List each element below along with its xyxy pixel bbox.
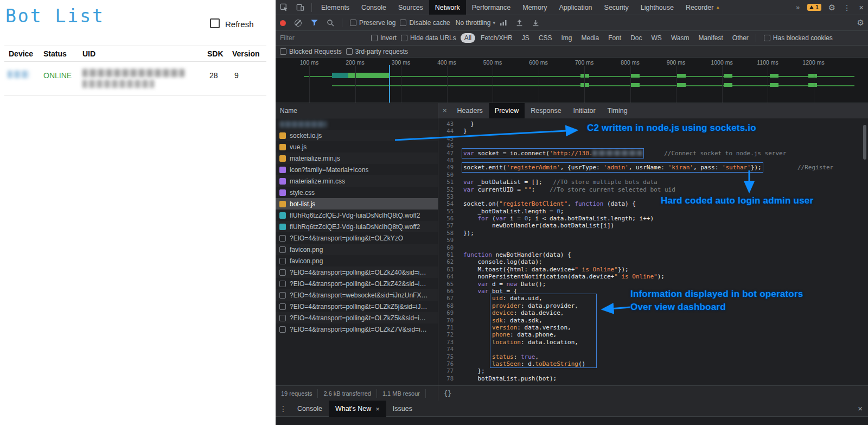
close-drawer-icon[interactable]: × (858, 404, 863, 413)
request-row[interactable]: ?EIO=4&transport=websocket&sid=iJnzUnFX… (276, 289, 438, 301)
code-line: 71 version: data.version, (438, 324, 868, 331)
code-content (458, 237, 463, 244)
close-devtools-icon[interactable]: × (854, 3, 868, 12)
record-button[interactable] (280, 20, 286, 26)
tab-sources[interactable]: Sources (392, 0, 429, 15)
waterfall-segment (808, 74, 817, 78)
tab-application[interactable]: Application (553, 0, 598, 15)
screen: Bot List Refresh Device Status UID SDK V… (0, 0, 868, 425)
chip-media[interactable]: Media (577, 33, 603, 43)
network-conditions-icon[interactable] (499, 18, 508, 27)
request-row[interactable]: icon?family=Material+Icons (276, 164, 438, 175)
pretty-print-icon[interactable]: {} (438, 390, 457, 397)
request-row[interactable]: socket.io.js (276, 130, 438, 141)
settings-gear-icon[interactable]: ⚙ (825, 3, 839, 12)
chip-fetchxhr[interactable]: Fetch/XHR (477, 33, 516, 43)
chip-wasm[interactable]: Wasm (667, 33, 693, 43)
request-row[interactable]: favicon.png (276, 255, 438, 267)
tab-performance[interactable]: Performance (466, 0, 517, 15)
filter-input[interactable] (280, 34, 367, 42)
tab-security[interactable]: Security (598, 0, 635, 15)
request-row[interactable]: ?EIO=4&transport=polling&t=OLZkZ5k&sid=i… (276, 312, 438, 323)
request-row[interactable]: ?EIO=4&transport=polling&t=OLZkZ40&sid=i… (276, 267, 438, 278)
more-tabs-icon[interactable]: » (792, 3, 804, 11)
chip-js[interactable]: JS (518, 33, 533, 43)
clear-icon[interactable] (295, 20, 302, 27)
invert-checkbox[interactable] (371, 35, 378, 41)
drawer-tab-whatsnew[interactable]: What's New× (329, 401, 386, 417)
preview-code-area[interactable]: 43 }44}454647var socket = io.connect('ht… (438, 118, 868, 385)
detail-tab-initiator[interactable]: Initiator (567, 103, 602, 118)
request-row[interactable]: ?EIO=4&transport=polling&t=OLZkYzO (276, 232, 438, 244)
requests-name-header[interactable]: Name (276, 103, 438, 118)
chip-all[interactable]: All (461, 33, 475, 43)
request-row[interactable]: favicon.png (276, 244, 438, 255)
chip-css[interactable]: CSS (535, 33, 556, 43)
close-tab-icon[interactable]: × (375, 405, 380, 413)
tab-elements[interactable]: Elements (315, 0, 355, 15)
request-row[interactable]: ?EIO=4&transport=polling&t=OLZkZ7V&sid=i… (276, 323, 438, 335)
request-row[interactable]: ?EIO=4&transport=polling&t=OLZkZ42&sid=i… (276, 278, 438, 289)
inspect-element-icon[interactable] (279, 3, 288, 12)
request-row[interactable]: flUhRq6tzZclQEJ-Vdg-IuiaDsNcIhQ8tQ.woff2 (276, 210, 438, 221)
uid-redacted-line1 (82, 69, 184, 77)
detail-tab-response[interactable]: Response (525, 103, 567, 118)
drawer-tab-issues[interactable]: Issues (386, 401, 419, 417)
drawer-menu-icon[interactable]: ⋮ (276, 404, 291, 413)
col-header-uid: UID (82, 49, 95, 58)
code-line: 58}); (438, 230, 868, 237)
request-row[interactable]: materialize.min.css (276, 175, 438, 187)
request-name: flUhRq6tzZclQEJ-Vdg-IuiaDsNcIhQ8tQ.woff2 (290, 212, 420, 219)
tab-recorder[interactable]: Recorder▲ (680, 0, 726, 15)
code-line: 78 botDataList.push(bot); (438, 375, 868, 382)
disable-cache-checkbox[interactable] (400, 20, 406, 26)
line-number: 60 (438, 244, 458, 251)
throttling-dropdown[interactable]: No throttling▾ (456, 19, 495, 27)
third-party-checkbox[interactable] (346, 48, 353, 55)
network-overview-timeline[interactable]: 100 ms200 ms300 ms400 ms500 ms600 ms700 … (276, 58, 868, 103)
tab-network[interactable]: Network (429, 0, 466, 15)
request-row[interactable] (276, 118, 438, 130)
filter-funnel-icon[interactable] (310, 18, 318, 27)
refresh-checkbox[interactable] (210, 18, 220, 28)
search-icon[interactable] (326, 18, 335, 27)
request-row[interactable]: materialize.min.js (276, 153, 438, 164)
more-options-icon[interactable]: ⋮ (839, 3, 854, 12)
code-content: _botDataList.length = 0; (458, 208, 564, 215)
request-row[interactable]: style.css (276, 187, 438, 198)
bot-list-page: Bot List Refresh Device Status UID SDK V… (0, 0, 276, 425)
blocked-requests-checkbox[interactable] (280, 48, 286, 55)
issues-count-badge[interactable]: 1 (807, 4, 821, 11)
request-row[interactable]: vue.js (276, 141, 438, 153)
tab-lighthouse[interactable]: Lighthouse (635, 0, 680, 15)
chip-other[interactable]: Other (729, 33, 752, 43)
chip-doc[interactable]: Doc (627, 33, 646, 43)
scrollbar-thumb[interactable] (863, 125, 866, 160)
export-har-icon[interactable] (532, 18, 540, 27)
third-party-label: 3rd-party requests (355, 48, 408, 55)
has-blocked-cookies-checkbox[interactable] (764, 35, 770, 41)
detail-tab-timing[interactable]: Timing (602, 103, 634, 118)
drawer-tab-console[interactable]: Console (291, 401, 329, 417)
chip-font[interactable]: Font (604, 33, 625, 43)
timeline-tick-label: 300 ms (392, 59, 410, 66)
import-har-icon[interactable] (515, 18, 524, 27)
detail-tab-preview[interactable]: Preview (489, 103, 525, 118)
device-toolbar-icon[interactable] (296, 3, 304, 12)
chip-manifest[interactable]: Manifest (694, 33, 726, 43)
has-blocked-cookies-label: Has blocked cookies (773, 34, 833, 42)
timeline-tick-label: 700 ms (575, 59, 593, 66)
drawer-tabs: ConsoleWhat's New×Issues (291, 401, 419, 416)
request-row[interactable]: ?EIO=4&transport=polling&t=OLZkZ5j&sid=i… (276, 301, 438, 312)
detail-tab-headers[interactable]: Headers (451, 103, 489, 118)
preserve-log-checkbox[interactable] (350, 20, 356, 26)
hide-data-urls-checkbox[interactable] (401, 35, 407, 41)
request-row[interactable]: bot-list.js (276, 198, 438, 210)
close-detail-icon[interactable]: × (438, 106, 451, 115)
chip-ws[interactable]: WS (648, 33, 666, 43)
chip-img[interactable]: Img (557, 33, 576, 43)
tab-console[interactable]: Console (355, 0, 392, 15)
request-row[interactable]: flUhRq6tzZclQEJ-Vdg-IuiaDsNcIhQ8tQ.woff2 (276, 221, 438, 232)
tab-memory[interactable]: Memory (516, 0, 553, 15)
network-settings-gear-icon[interactable]: ⚙ (853, 18, 868, 28)
